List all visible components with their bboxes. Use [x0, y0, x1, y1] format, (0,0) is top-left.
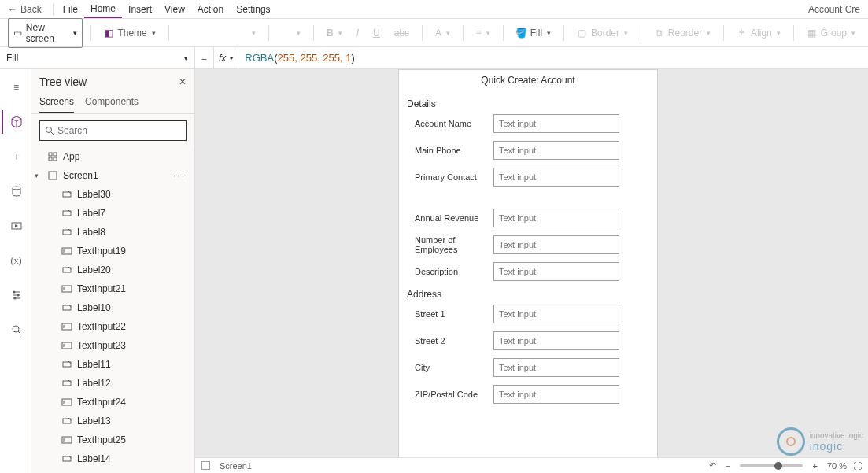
tree-node-label15[interactable]: Label15···: [31, 468, 194, 473]
field-label: Primary Contact: [407, 172, 493, 182]
svg-rect-7: [49, 153, 52, 156]
menu-file[interactable]: File: [57, 0, 84, 18]
rail-media[interactable]: [2, 214, 30, 238]
menu-action[interactable]: Action: [191, 0, 230, 18]
rail-insert[interactable]: ＋: [2, 145, 30, 168]
strike-button[interactable]: abc: [390, 24, 414, 42]
tree-node-textinput25[interactable]: TextInput25···: [31, 431, 194, 449]
group-button[interactable]: ▦ Group ▾: [802, 24, 860, 42]
text-input[interactable]: [493, 331, 619, 350]
text-input[interactable]: [493, 305, 619, 323]
tree-node-label10[interactable]: Label10···: [31, 298, 194, 317]
text-input[interactable]: [493, 262, 619, 281]
formula-input[interactable]: RGBA(255, 255, 255, 1): [238, 52, 868, 64]
ribbon-toolbar: ▭ New screen ▾ ◧ Theme ▾ ▾ ▾ B▾ I U abc …: [0, 19, 868, 47]
rail-hamburger[interactable]: ≡: [2, 76, 30, 99]
tree-node-label30[interactable]: Label30···: [31, 185, 194, 204]
rail-variables[interactable]: (x): [2, 249, 30, 272]
rail-data[interactable]: [2, 179, 30, 203]
chevron-down-icon: ▾: [152, 29, 156, 37]
font-size[interactable]: ▾: [277, 26, 305, 40]
zoom-slider[interactable]: [740, 464, 803, 467]
form-row: Annual Revenue: [399, 209, 657, 227]
text-input[interactable]: [493, 235, 619, 254]
fit-screen-icon[interactable]: ⛶: [853, 461, 862, 471]
form-row: Main Phone: [399, 141, 657, 160]
tree-node-label20[interactable]: Label20···: [31, 261, 194, 279]
tree-node-textinput24[interactable]: TextInput24···: [31, 393, 194, 412]
rail-tree-view[interactable]: [2, 110, 30, 134]
tree-node-textinput19[interactable]: TextInput19···: [31, 242, 194, 261]
rail-advanced[interactable]: [2, 283, 30, 307]
tree-node-textinput23[interactable]: TextInput23···: [31, 336, 194, 355]
tree-node-label13[interactable]: Label13···: [31, 412, 194, 431]
input-icon: [61, 246, 72, 257]
database-icon: [11, 186, 22, 197]
reorder-button[interactable]: ⧉ Reorder ▾: [649, 24, 715, 42]
bold-button[interactable]: B▾: [322, 24, 347, 42]
menu-insert[interactable]: Insert: [122, 0, 158, 18]
design-canvas[interactable]: Quick Create: Account DetailsAccount Nam…: [398, 69, 658, 473]
rail-search[interactable]: [2, 318, 30, 342]
tree-node-label: Label11: [77, 359, 111, 370]
label-icon: [61, 227, 72, 238]
arrow-left-icon: ←: [8, 4, 17, 15]
font-select[interactable]: ▾: [177, 26, 260, 40]
theme-button[interactable]: ◧ Theme ▾: [98, 24, 160, 42]
svg-point-2: [13, 291, 15, 294]
zoom-in-button[interactable]: +: [809, 461, 820, 471]
tree-node-label: Label14: [77, 453, 111, 464]
close-icon[interactable]: ✕: [179, 76, 187, 87]
label-icon: [61, 453, 72, 464]
text-input[interactable]: [493, 385, 619, 404]
font-color-button[interactable]: A▾: [430, 24, 455, 42]
tree-node-label11[interactable]: Label11···: [31, 355, 194, 374]
menu-view[interactable]: View: [158, 0, 191, 18]
tree-node-screen1[interactable]: ▾Screen1···: [31, 166, 194, 185]
border-button[interactable]: ▢ Border ▾: [572, 24, 633, 42]
text-input[interactable]: [493, 114, 619, 133]
tree-node-textinput22[interactable]: TextInput22···: [31, 317, 194, 336]
text-input[interactable]: [493, 141, 619, 160]
tree-node-label7[interactable]: Label7···: [31, 204, 194, 223]
screen-icon: [47, 170, 58, 181]
chevron-left-icon[interactable]: ↶: [709, 460, 716, 471]
text-input[interactable]: [493, 358, 619, 377]
italic-button[interactable]: I: [352, 24, 364, 42]
property-select[interactable]: Fill ▾: [0, 47, 195, 68]
menu-settings[interactable]: Settings: [230, 0, 276, 18]
new-screen-button[interactable]: ▭ New screen ▾: [8, 18, 83, 48]
label-icon: [61, 359, 72, 370]
menu-home[interactable]: Home: [84, 0, 122, 18]
field-label: Number of Employees: [407, 235, 493, 254]
field-label: Street 2: [407, 336, 493, 346]
underline-button[interactable]: U: [368, 24, 385, 42]
align-button[interactable]: ⫩ Align ▾: [732, 24, 785, 42]
more-icon[interactable]: ···: [173, 170, 186, 181]
tree-node-textinput21[interactable]: TextInput21···: [31, 279, 194, 298]
search-field[interactable]: [57, 125, 181, 136]
new-screen-icon: ▭: [13, 28, 23, 39]
tree-node-label12[interactable]: Label12···: [31, 374, 194, 393]
border-style-button[interactable]: ≡▾: [471, 24, 495, 42]
tree-node-label: TextInput23: [77, 340, 126, 351]
tree-node-label8[interactable]: Label8···: [31, 223, 194, 242]
tab-components[interactable]: Components: [85, 91, 139, 113]
watermark-logo: innovative logic inogic: [777, 427, 863, 456]
tree-node-label: Label10: [77, 302, 111, 313]
back-button[interactable]: ← Back: [8, 4, 42, 15]
fill-button[interactable]: 🪣 Fill ▾: [512, 24, 556, 42]
search-input[interactable]: [39, 120, 187, 141]
zoom-out-button[interactable]: −: [722, 461, 733, 471]
text-input[interactable]: [493, 168, 619, 187]
tab-screens[interactable]: Screens: [39, 91, 74, 113]
screen-selector-checkbox[interactable]: [201, 461, 210, 470]
fx-button[interactable]: fx ▾: [213, 47, 238, 68]
tree-node-label14[interactable]: Label14···: [31, 449, 194, 468]
back-label: Back: [20, 4, 42, 15]
input-icon: [61, 340, 72, 351]
text-input[interactable]: [493, 209, 619, 227]
tree-node-app[interactable]: App···: [31, 147, 194, 166]
screen-selector-label[interactable]: Screen1: [220, 461, 252, 471]
label-icon: [61, 208, 72, 219]
